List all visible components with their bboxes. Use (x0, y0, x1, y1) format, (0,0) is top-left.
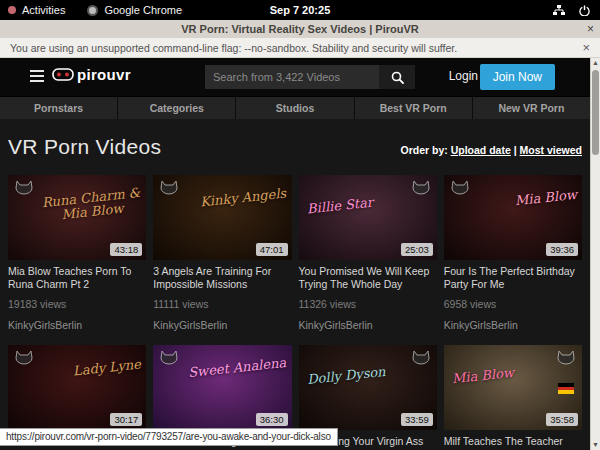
video-title-link[interactable]: Four Is The Perfect Birthday Party For M… (444, 265, 582, 291)
order-by: Order by: Upload date | Most viewed (400, 144, 582, 159)
order-separator: | (514, 144, 517, 156)
video-duration-badge: 25:03 (401, 243, 433, 256)
video-duration-badge: 43:18 (110, 243, 142, 256)
video-thumbnail[interactable]: Kinky Angels 47:01 (153, 175, 291, 260)
network-icon[interactable] (553, 5, 565, 16)
notification-dot-icon (8, 6, 16, 14)
tab-close-icon[interactable]: × (587, 23, 594, 35)
studio-cat-logo-icon (556, 350, 576, 365)
infobar-close-icon[interactable]: × (582, 41, 590, 54)
thumbnail-overlay-title: Sweet Analena (188, 356, 287, 380)
studio-cat-logo-icon (14, 350, 34, 365)
studio-cat-logo-icon (159, 180, 179, 195)
browser-tab-bar[interactable]: VR Porn: Virtual Reality Sex Videos | Pi… (0, 20, 600, 39)
video-views: 11326 views (299, 298, 437, 310)
video-thumbnail[interactable]: Sweet Analena 36:30 (153, 345, 291, 430)
scroll-up-icon[interactable]: ▲ (591, 58, 600, 68)
video-channel-link[interactable]: KinkyGirlsBerlin (299, 319, 437, 331)
video-card[interactable]: Billie Star 25:03 You Promised We Will K… (299, 175, 437, 331)
vr-goggles-icon (52, 68, 74, 81)
infobar-message: You are using an unsupported command-lin… (10, 42, 457, 54)
site-logo-text: pirouvr (77, 66, 131, 83)
thumbnail-overlay-title: Runa Charm & Mia Blow (41, 186, 143, 224)
search-icon (391, 71, 404, 84)
login-link[interactable]: Login (449, 69, 478, 83)
thumbnail-overlay-title: Billie Star (306, 196, 373, 216)
scrollbar-thumb[interactable] (592, 70, 599, 155)
page-viewport: pirouvr Login Join Now PornstarsCategori… (0, 58, 590, 450)
activities-button[interactable]: Activities (22, 4, 65, 16)
nav-item-best-vr-porn[interactable]: Best VR Porn (354, 97, 472, 119)
search-bar (205, 65, 415, 89)
video-title-link[interactable]: Mia Blow Teaches Porn To Runa Charm Pt 2 (8, 265, 146, 291)
video-card[interactable]: Runa Charm & Mia Blow 43:18 Mia Blow Tea… (8, 175, 146, 331)
video-thumbnail[interactable]: Billie Star 25:03 (299, 175, 437, 260)
video-thumbnail[interactable]: Runa Charm & Mia Blow 43:18 (8, 175, 146, 260)
video-duration-badge: 36:30 (256, 413, 288, 426)
thumbnail-overlay-title: Kinky Angels (200, 187, 287, 210)
thumbnail-overlay-title: Lady Lyne (73, 358, 142, 379)
nav-item-new-vr-porn[interactable]: New VR Porn (472, 97, 590, 119)
search-button[interactable] (379, 65, 415, 89)
video-views: 11111 views (153, 298, 291, 310)
thumbnail-overlay-title: Mia Blow (514, 188, 577, 208)
order-by-label: Order by: (400, 144, 447, 156)
order-most-viewed-link[interactable]: Most viewed (520, 144, 582, 156)
video-grid: Runa Charm & Mia Blow 43:18 Mia Blow Tea… (8, 175, 582, 450)
studio-cat-logo-icon (450, 180, 470, 195)
thumbnail-overlay-title: Mia Blow (451, 366, 514, 386)
video-channel-link[interactable]: KinkyGirlsBerlin (8, 319, 146, 331)
site-header: pirouvr Login Join Now (0, 58, 590, 96)
video-duration-badge: 30:17 (110, 413, 142, 426)
studio-cat-logo-icon (159, 350, 179, 365)
chrome-infobar: You are using an unsupported command-lin… (0, 38, 600, 58)
order-upload-date-link[interactable]: Upload date (451, 144, 511, 156)
chrome-app-icon (87, 5, 98, 16)
nav-item-categories[interactable]: Categories (117, 97, 235, 119)
system-top-bar: Activities Google Chrome Sep 7 20:25 (0, 0, 600, 20)
video-title-link[interactable]: You Promised We Will Keep Trying The Who… (299, 265, 437, 291)
tab-title: VR Porn: Virtual Reality Sex Videos | Pi… (181, 23, 418, 35)
page-title: VR Porn Videos (8, 135, 161, 159)
video-duration-badge: 39:36 (546, 243, 578, 256)
search-input[interactable] (205, 65, 379, 89)
site-nav: PornstarsCategoriesStudiosBest VR PornNe… (0, 96, 590, 119)
video-duration-badge: 47:01 (256, 243, 288, 256)
video-duration-badge: 35:58 (546, 413, 578, 426)
focused-app-menu[interactable]: Google Chrome (104, 4, 182, 16)
power-icon[interactable] (579, 5, 590, 16)
vertical-scrollbar[interactable]: ▲ ▼ (590, 58, 600, 450)
video-thumbnail[interactable]: Lady Lyne 30:17 (8, 345, 146, 430)
video-duration-badge: 33:59 (401, 413, 433, 426)
video-card[interactable]: Mia Blow 39:36 Four Is The Perfect Birth… (444, 175, 582, 331)
video-channel-link[interactable]: KinkyGirlsBerlin (444, 319, 582, 331)
german-flag-icon (558, 383, 574, 394)
studio-cat-logo-icon (411, 350, 431, 365)
site-logo[interactable]: pirouvr (52, 66, 131, 83)
video-views: 6958 views (444, 298, 582, 310)
status-url-tooltip: https://pirouvr.com/vr-porn-video/779325… (0, 428, 338, 446)
studio-cat-logo-icon (411, 180, 431, 195)
join-now-button[interactable]: Join Now (480, 64, 555, 90)
main-content: VR Porn Videos Order by: Upload date | M… (0, 135, 590, 450)
thumbnail-overlay-title: Dolly Dyson (306, 365, 386, 387)
video-thumbnail[interactable]: Mia Blow 39:36 (444, 175, 582, 260)
video-thumbnail[interactable]: Dolly Dyson 33:59 (299, 345, 437, 430)
video-card[interactable]: Kinky Angels 47:01 3 Angels Are Training… (153, 175, 291, 331)
screen: Activities Google Chrome Sep 7 20:25 VR … (0, 0, 600, 450)
menu-hamburger-icon[interactable] (30, 70, 44, 82)
nav-item-pornstars[interactable]: Pornstars (0, 97, 117, 119)
video-title-link[interactable]: Milf Teaches The Teacher Some Practical … (444, 435, 582, 450)
video-thumbnail[interactable]: Mia Blow 35:58 (444, 345, 582, 430)
nav-item-studios[interactable]: Studios (235, 97, 353, 119)
video-card[interactable]: Mia Blow 35:58 Milf Teaches The Teacher … (444, 345, 582, 450)
scroll-down-icon[interactable]: ▼ (591, 440, 600, 450)
video-channel-link[interactable]: KinkyGirlsBerlin (153, 319, 291, 331)
video-views: 19183 views (8, 298, 146, 310)
video-title-link[interactable]: 3 Angels Are Training For Impossible Mis… (153, 265, 291, 291)
studio-cat-logo-icon (14, 180, 34, 195)
